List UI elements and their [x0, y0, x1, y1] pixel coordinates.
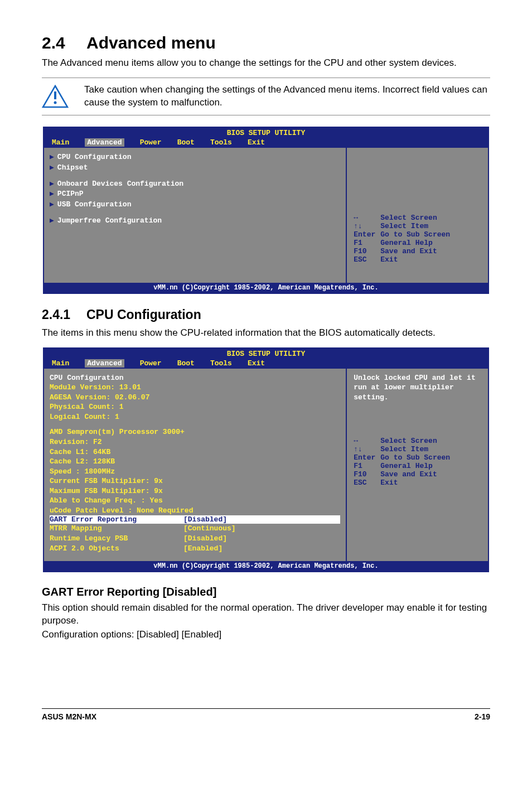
menu-chipset: ▶Chipset — [50, 163, 340, 173]
tab-boot: Boot — [177, 138, 195, 147]
logical-count: Logical Count: 1 — [50, 412, 340, 422]
cache-l2: Cache L2: 128KB — [50, 457, 340, 467]
current-fsb: Current FSB Multiplier: 9x — [50, 476, 340, 486]
bios-key-legend: ↔Select Screen ↑↓Select Item EnterGo to … — [354, 437, 481, 487]
tab-tools: Tools — [210, 138, 232, 147]
menu-cpu-config: ▶CPU Configuration — [50, 152, 340, 163]
submenu-arrow-icon: ▶ — [50, 153, 54, 161]
tab-exit: Exit — [248, 359, 265, 368]
change-freq: Able to Change Freq. : Yes — [50, 496, 340, 506]
tab-tools: Tools — [210, 359, 232, 368]
menu-onboard-devices: ▶Onboard Devices Configuration — [50, 179, 340, 190]
intro-text: The Advanced menu items allow you to cha… — [42, 57, 490, 70]
opt-acpi: ACPI 2.0 Objects[Enabled] — [50, 544, 340, 554]
tab-power: Power — [140, 359, 162, 368]
subsection-intro: The items in this menu show the CPU-rela… — [42, 327, 490, 340]
submenu-arrow-icon: ▶ — [50, 163, 54, 172]
page-footer: ASUS M2N-MX 2-19 — [42, 708, 490, 721]
submenu-arrow-icon: ▶ — [50, 200, 54, 209]
bios-help-panel: ↔Select Screen ↑↓Select Item EnterGo to … — [346, 148, 488, 283]
bios-title: BIOS SETUP UTILITY — [44, 128, 488, 138]
help-text: Unlock locked CPU and let it run at lowe… — [354, 373, 481, 403]
bios-key-legend: ↔Select Screen ↑↓Select Item EnterGo to … — [354, 214, 481, 264]
subsection-name: CPU Configuration — [86, 307, 201, 322]
revision: Revision: F2 — [50, 437, 340, 447]
tab-main: Main — [52, 138, 69, 147]
submenu-arrow-icon: ▶ — [50, 190, 54, 198]
opt-runtime-psb: Runtime Legacy PSB[Disabled] — [50, 534, 340, 544]
section-number: 2.4 — [42, 33, 86, 52]
tab-advanced: Advanced — [85, 359, 124, 368]
gart-body-2: Configuration options: [Disabled] [Enabl… — [42, 629, 490, 641]
gart-body-1: This option should remain disabled for t… — [42, 602, 490, 627]
svg-point-2 — [54, 101, 57, 104]
tab-advanced: Advanced — [85, 138, 124, 147]
section-name: Advanced menu — [86, 33, 216, 52]
menu-jumperfree: ▶Jumperfree Configuration — [50, 216, 340, 226]
bios-screenshot-cpu: BIOS SETUP UTILITY Main Advanced Power B… — [43, 347, 489, 572]
bios-title: BIOS SETUP UTILITY — [44, 349, 488, 359]
submenu-arrow-icon: ▶ — [50, 180, 54, 188]
tab-exit: Exit — [248, 138, 265, 147]
footer-right: 2-19 — [475, 712, 490, 721]
opt-gart: GART Error Reporting[Disabled] — [50, 515, 340, 524]
warning-box: Take caution when changing the settings … — [42, 78, 490, 115]
opt-mtrr: MTRR Mapping[Continuous] — [50, 524, 340, 534]
footer-left: ASUS M2N-MX — [42, 712, 96, 721]
bios-footer: vMM.nn (C)Copyright 1985-2002, American … — [44, 561, 488, 571]
physical-count: Physical Count: 1 — [50, 402, 340, 412]
bios-help-panel: Unlock locked CPU and let it run at lowe… — [346, 369, 488, 561]
tab-main: Main — [52, 359, 69, 368]
gart-heading: GART Error Reporting [Disabled] — [42, 586, 490, 598]
tab-boot: Boot — [177, 359, 195, 368]
speed: Speed : 1800MHz — [50, 467, 340, 477]
menu-pcipnp: ▶PCIPnP — [50, 189, 340, 200]
cpu-config-header: CPU Configuration — [50, 373, 340, 383]
bios-tabs: Main Advanced Power Boot Tools Exit — [44, 359, 488, 369]
agesa-version: AGESA Version: 02.06.07 — [50, 393, 340, 403]
bios-cpu-panel: CPU Configuration Module Version: 13.01 … — [44, 369, 346, 561]
bios-screenshot-advanced: BIOS SETUP UTILITY Main Advanced Power B… — [43, 127, 489, 294]
svg-rect-1 — [54, 91, 56, 99]
max-fsb: Maximum FSB Multiplier: 9x — [50, 486, 340, 496]
processor-name: AMD Sempron(tm) Processor 3000+ — [50, 427, 340, 437]
bios-menu-panel: ▶CPU Configuration ▶Chipset ▶Onboard Dev… — [44, 148, 346, 283]
ucode-patch: uCode Patch Level : None Required — [50, 506, 340, 516]
module-version: Module Version: 13.01 — [50, 383, 340, 393]
warning-icon — [42, 85, 69, 108]
subsection-number: 2.4.1 — [42, 307, 86, 322]
warning-text: Take caution when changing the settings … — [84, 84, 490, 109]
tab-power: Power — [140, 138, 162, 147]
bios-footer: vMM.nn (C)Copyright 1985-2002, American … — [44, 283, 488, 293]
subsection-title: 2.4.1CPU Configuration — [42, 307, 490, 322]
cache-l1: Cache L1: 64KB — [50, 447, 340, 457]
submenu-arrow-icon: ▶ — [50, 216, 54, 225]
menu-usb-config: ▶USB Configuration — [50, 200, 340, 210]
section-title: 2.4Advanced menu — [42, 33, 490, 52]
bios-tabs: Main Advanced Power Boot Tools Exit — [44, 138, 488, 148]
